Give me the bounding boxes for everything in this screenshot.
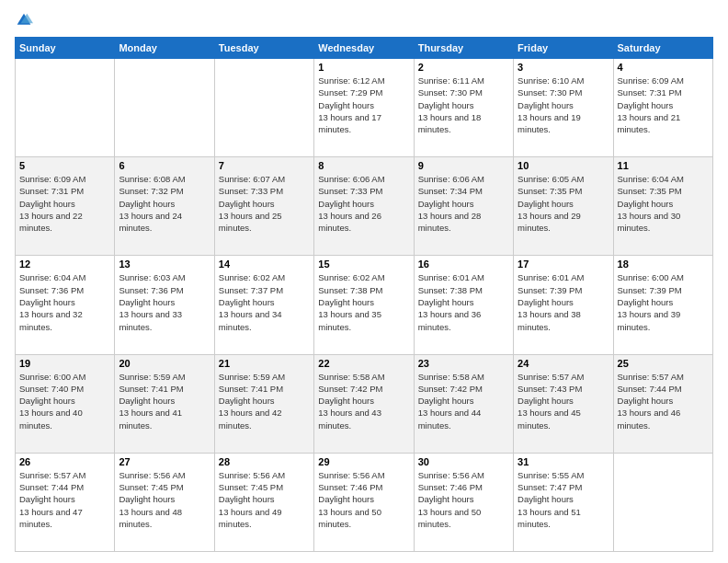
day-cell: 2 Sunrise: 6:11 AM Sunset: 7:30 PM Dayli…: [414, 59, 513, 157]
day-cell: 13 Sunrise: 6:03 AM Sunset: 7:36 PM Dayl…: [115, 256, 214, 354]
day-cell: 30 Sunrise: 5:56 AM Sunset: 7:46 PM Dayl…: [414, 453, 513, 551]
day-cell: 27 Sunrise: 5:56 AM Sunset: 7:45 PM Dayl…: [115, 453, 214, 551]
day-info: Sunrise: 6:03 AM Sunset: 7:36 PM Dayligh…: [119, 271, 210, 332]
day-number: 24: [518, 358, 609, 369]
day-number: 5: [19, 160, 110, 171]
day-cell: 21 Sunrise: 5:59 AM Sunset: 7:41 PM Dayl…: [214, 354, 313, 453]
day-info: Sunrise: 5:58 AM Sunset: 7:42 PM Dayligh…: [418, 371, 509, 431]
day-cell: 15 Sunrise: 6:02 AM Sunset: 7:38 PM Dayl…: [314, 256, 414, 354]
day-number: 8: [318, 160, 409, 171]
day-cell: 19 Sunrise: 6:00 AM Sunset: 7:40 PM Dayl…: [16, 354, 115, 453]
day-info: Sunrise: 6:09 AM Sunset: 7:31 PM Dayligh…: [618, 75, 709, 135]
day-info: Sunrise: 6:04 AM Sunset: 7:35 PM Dayligh…: [618, 173, 709, 234]
day-cell: 14 Sunrise: 6:02 AM Sunset: 7:37 PM Dayl…: [214, 256, 313, 354]
day-cell: [214, 59, 313, 157]
day-number: 27: [119, 456, 210, 467]
day-cell: 23 Sunrise: 5:58 AM Sunset: 7:42 PM Dayl…: [414, 354, 513, 453]
day-info: Sunrise: 5:56 AM Sunset: 7:45 PM Dayligh…: [119, 469, 210, 530]
day-info: Sunrise: 6:00 AM Sunset: 7:39 PM Dayligh…: [618, 271, 709, 332]
day-number: 20: [119, 358, 210, 369]
page: SundayMondayTuesdayWednesdayThursdayFrid…: [0, 0, 728, 563]
day-info: Sunrise: 6:12 AM Sunset: 7:29 PM Dayligh…: [318, 75, 409, 135]
day-cell: 5 Sunrise: 6:09 AM Sunset: 7:31 PM Dayli…: [16, 157, 115, 256]
week-row-2: 5 Sunrise: 6:09 AM Sunset: 7:31 PM Dayli…: [16, 157, 713, 256]
day-cell: [115, 59, 214, 157]
day-number: 4: [618, 62, 709, 73]
day-info: Sunrise: 6:06 AM Sunset: 7:34 PM Dayligh…: [418, 173, 509, 234]
header: [15, 11, 713, 29]
day-cell: 20 Sunrise: 5:59 AM Sunset: 7:41 PM Dayl…: [115, 354, 214, 453]
day-number: 7: [219, 160, 310, 171]
day-info: Sunrise: 6:01 AM Sunset: 7:38 PM Dayligh…: [418, 271, 509, 332]
day-number: 31: [518, 456, 609, 467]
weekday-thursday: Thursday: [414, 38, 513, 59]
day-cell: [16, 59, 115, 157]
day-info: Sunrise: 6:07 AM Sunset: 7:33 PM Dayligh…: [219, 173, 310, 234]
day-number: 9: [418, 160, 509, 171]
logo-icon: [15, 11, 33, 29]
weekday-friday: Friday: [514, 38, 613, 59]
day-info: Sunrise: 5:56 AM Sunset: 7:45 PM Dayligh…: [219, 469, 310, 530]
day-info: Sunrise: 6:08 AM Sunset: 7:32 PM Dayligh…: [119, 173, 210, 234]
day-cell: 7 Sunrise: 6:07 AM Sunset: 7:33 PM Dayli…: [214, 157, 313, 256]
day-number: 14: [219, 259, 310, 270]
day-info: Sunrise: 6:10 AM Sunset: 7:30 PM Dayligh…: [518, 75, 609, 135]
week-row-5: 26 Sunrise: 5:57 AM Sunset: 7:44 PM Dayl…: [16, 453, 713, 551]
day-cell: 25 Sunrise: 5:57 AM Sunset: 7:44 PM Dayl…: [613, 354, 712, 453]
day-cell: 16 Sunrise: 6:01 AM Sunset: 7:38 PM Dayl…: [414, 256, 513, 354]
day-number: 11: [618, 160, 709, 171]
weekday-wednesday: Wednesday: [314, 38, 414, 59]
day-info: Sunrise: 5:56 AM Sunset: 7:46 PM Dayligh…: [418, 469, 509, 530]
day-info: Sunrise: 6:04 AM Sunset: 7:36 PM Dayligh…: [19, 271, 110, 332]
day-number: 26: [19, 456, 110, 467]
day-info: Sunrise: 5:58 AM Sunset: 7:42 PM Dayligh…: [318, 371, 409, 431]
day-cell: 1 Sunrise: 6:12 AM Sunset: 7:29 PM Dayli…: [314, 59, 414, 157]
day-cell: 4 Sunrise: 6:09 AM Sunset: 7:31 PM Dayli…: [613, 59, 712, 157]
day-cell: 18 Sunrise: 6:00 AM Sunset: 7:39 PM Dayl…: [613, 256, 712, 354]
day-info: Sunrise: 5:59 AM Sunset: 7:41 PM Dayligh…: [219, 371, 310, 431]
day-cell: 11 Sunrise: 6:04 AM Sunset: 7:35 PM Dayl…: [613, 157, 712, 256]
weekday-sunday: Sunday: [16, 38, 115, 59]
day-number: 17: [518, 259, 609, 270]
day-number: 1: [318, 62, 409, 73]
day-info: Sunrise: 6:01 AM Sunset: 7:39 PM Dayligh…: [518, 271, 609, 332]
day-info: Sunrise: 6:09 AM Sunset: 7:31 PM Dayligh…: [19, 173, 110, 234]
day-number: 22: [318, 358, 409, 369]
logo: [15, 11, 37, 29]
day-number: 16: [418, 259, 509, 270]
day-cell: 28 Sunrise: 5:56 AM Sunset: 7:45 PM Dayl…: [214, 453, 313, 551]
day-info: Sunrise: 5:55 AM Sunset: 7:47 PM Dayligh…: [518, 469, 609, 530]
day-info: Sunrise: 6:02 AM Sunset: 7:37 PM Dayligh…: [219, 271, 310, 332]
day-number: 10: [518, 160, 609, 171]
day-number: 19: [19, 358, 110, 369]
day-info: Sunrise: 5:57 AM Sunset: 7:44 PM Dayligh…: [19, 469, 110, 530]
day-number: 28: [219, 456, 310, 467]
day-cell: 26 Sunrise: 5:57 AM Sunset: 7:44 PM Dayl…: [16, 453, 115, 551]
day-info: Sunrise: 5:56 AM Sunset: 7:46 PM Dayligh…: [318, 469, 409, 530]
week-row-4: 19 Sunrise: 6:00 AM Sunset: 7:40 PM Dayl…: [16, 354, 713, 453]
day-number: 13: [119, 259, 210, 270]
day-cell: 31 Sunrise: 5:55 AM Sunset: 7:47 PM Dayl…: [514, 453, 613, 551]
day-number: 29: [318, 456, 409, 467]
day-number: 6: [119, 160, 210, 171]
day-info: Sunrise: 6:05 AM Sunset: 7:35 PM Dayligh…: [518, 173, 609, 234]
day-number: 23: [418, 358, 509, 369]
day-cell: 9 Sunrise: 6:06 AM Sunset: 7:34 PM Dayli…: [414, 157, 513, 256]
day-number: 15: [318, 259, 409, 270]
day-number: 2: [418, 62, 509, 73]
day-number: 21: [219, 358, 310, 369]
day-number: 3: [518, 62, 609, 73]
day-cell: 3 Sunrise: 6:10 AM Sunset: 7:30 PM Dayli…: [514, 59, 613, 157]
day-number: 30: [418, 456, 509, 467]
weekday-saturday: Saturday: [613, 38, 712, 59]
day-info: Sunrise: 5:57 AM Sunset: 7:43 PM Dayligh…: [518, 371, 609, 431]
weekday-monday: Monday: [115, 38, 214, 59]
day-cell: 8 Sunrise: 6:06 AM Sunset: 7:33 PM Dayli…: [314, 157, 414, 256]
day-number: 18: [618, 259, 709, 270]
weekday-header-row: SundayMondayTuesdayWednesdayThursdayFrid…: [16, 38, 713, 59]
day-info: Sunrise: 6:06 AM Sunset: 7:33 PM Dayligh…: [318, 173, 409, 234]
day-cell: 6 Sunrise: 6:08 AM Sunset: 7:32 PM Dayli…: [115, 157, 214, 256]
week-row-3: 12 Sunrise: 6:04 AM Sunset: 7:36 PM Dayl…: [16, 256, 713, 354]
day-number: 12: [19, 259, 110, 270]
day-info: Sunrise: 5:57 AM Sunset: 7:44 PM Dayligh…: [618, 371, 709, 431]
